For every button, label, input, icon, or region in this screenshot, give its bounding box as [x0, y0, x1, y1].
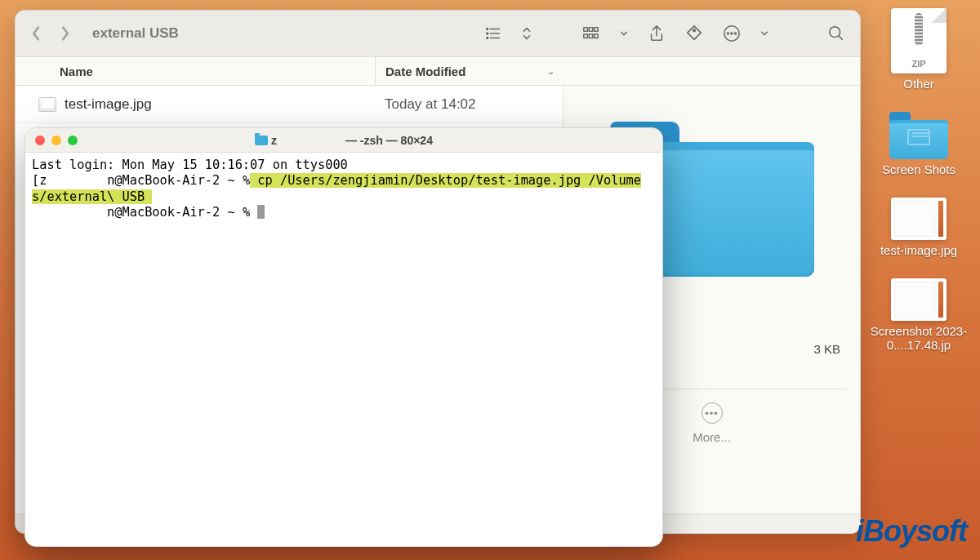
desktop-item-image[interactable]: test-image.jpg — [880, 198, 957, 257]
desktop-item-folder[interactable]: Screen Shots — [882, 112, 956, 176]
forward-button[interactable] — [60, 25, 71, 42]
zip-icon: ZIP — [891, 8, 947, 73]
desktop-item-screenshot[interactable]: Screenshot 2023-0....17.48.jp — [866, 278, 972, 352]
zip-ext-label: ZIP — [891, 59, 947, 69]
search-icon[interactable] — [827, 24, 845, 42]
terminal-prompt: n@MacBook-Air-2 ~ % — [107, 173, 250, 188]
terminal-prompt-2: n@MacBook-Air-2 ~ % — [107, 205, 250, 220]
svg-point-0 — [487, 29, 488, 30]
svg-rect-6 — [584, 28, 588, 32]
nav-arrows — [30, 25, 71, 42]
file-date-label: Today at 14:02 — [375, 96, 563, 113]
sort-chevron-icon: ⌄ — [547, 66, 555, 77]
desktop-label: Screen Shots — [882, 162, 956, 176]
terminal-window: z — -zsh — 80×24 Last login: Mon May 15 … — [24, 127, 663, 547]
desktop: external USB Name Date Modified — [0, 0, 980, 560]
group-icon[interactable] — [582, 24, 600, 42]
close-button[interactable] — [35, 136, 45, 145]
svg-rect-9 — [584, 34, 588, 38]
terminal-command-highlight-2: s/external\ USB — [32, 189, 152, 204]
terminal-line-lastlogin: Last login: Mon May 15 10:16:07 on ttys0… — [32, 158, 348, 172]
desktop-label: Other — [903, 77, 934, 91]
group-chevron-icon[interactable] — [620, 24, 628, 42]
image-file-icon — [38, 97, 56, 112]
finder-title: external USB — [92, 25, 179, 42]
finder-toolbar: external USB — [16, 11, 860, 56]
desktop-icons: ZIP Other Screen Shots test-image.jpg Sc… — [866, 8, 972, 352]
svg-point-15 — [731, 33, 733, 34]
folder-mini-icon — [255, 136, 268, 145]
terminal-body[interactable]: Last login: Mon May 15 10:16:07 on ttys0… — [25, 153, 662, 226]
file-row[interactable]: test-image.jpg Today at 14:02 — [16, 86, 563, 123]
terminal-title: z — -zsh — 80×24 — [25, 134, 662, 147]
traffic-lights — [35, 136, 78, 145]
zoom-button[interactable] — [68, 136, 78, 145]
svg-rect-11 — [595, 34, 599, 38]
column-date-header[interactable]: Date Modified ⌄ — [375, 57, 563, 85]
svg-point-16 — [735, 33, 737, 34]
svg-rect-8 — [595, 28, 599, 32]
file-name-label: test-image.jpg — [65, 96, 152, 113]
terminal-titlebar[interactable]: z — -zsh — 80×24 — [25, 128, 662, 153]
svg-line-18 — [839, 36, 843, 40]
ellipsis-icon: ••• — [702, 402, 723, 424]
column-date-label: Date Modified — [385, 64, 466, 78]
view-list-icon[interactable] — [484, 24, 502, 42]
terminal-cursor — [257, 205, 265, 219]
actions-icon[interactable] — [723, 24, 741, 42]
terminal-command-highlight: cp /Users/zengjiamin/Desktop/test-image.… — [250, 173, 641, 188]
folder-icon — [889, 112, 948, 159]
svg-point-12 — [693, 29, 696, 32]
column-headers: Name Date Modified ⌄ — [16, 56, 860, 86]
minimize-button[interactable] — [51, 136, 61, 145]
column-name-header[interactable]: Name — [16, 64, 375, 78]
svg-rect-10 — [589, 34, 593, 38]
back-button[interactable] — [30, 25, 42, 42]
actions-chevron-icon[interactable] — [760, 24, 768, 42]
tags-icon[interactable] — [685, 24, 703, 42]
share-icon[interactable] — [648, 24, 666, 42]
view-sort-icon[interactable] — [522, 24, 532, 42]
desktop-label: Screenshot 2023-0....17.48.jp — [866, 324, 972, 352]
desktop-item-zip[interactable]: ZIP Other — [891, 8, 947, 91]
svg-point-14 — [728, 33, 729, 34]
svg-point-2 — [487, 38, 488, 39]
svg-point-1 — [487, 33, 488, 34]
image-thumb-icon — [891, 198, 947, 240]
svg-rect-7 — [589, 28, 593, 32]
image-thumb-icon — [891, 278, 947, 321]
watermark-logo: iBoysoft — [856, 514, 967, 549]
desktop-label: test-image.jpg — [880, 243, 957, 257]
